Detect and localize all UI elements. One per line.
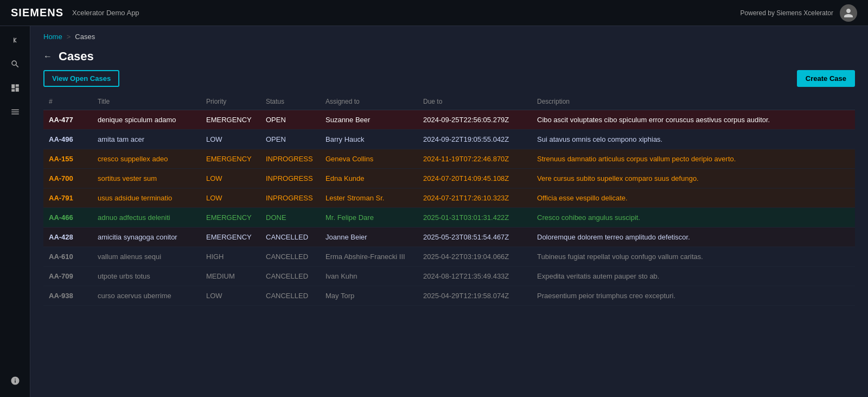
col-header-status: Status	[260, 93, 320, 110]
col-header-description: Description	[532, 93, 855, 110]
toolbar: View Open Cases Create Case	[30, 70, 868, 93]
cell-description: Cresco cohibeo angulus suscipit.	[532, 208, 855, 228]
sidebar-icon-search[interactable]	[4, 54, 26, 74]
cell-title: vallum alienus sequi	[92, 247, 201, 267]
breadcrumb-home[interactable]: Home	[43, 33, 62, 41]
cell-assigned: Geneva Collins	[320, 149, 418, 169]
cell-assigned: Barry Hauck	[320, 130, 418, 149]
breadcrumb-separator: >	[67, 33, 71, 41]
cases-table: # Title Priority Status Assigned to Due …	[43, 93, 855, 306]
cell-description: Sui atavus omnis celo compono xiphias.	[532, 130, 855, 149]
cell-priority: LOW	[201, 286, 260, 306]
table-header-row: # Title Priority Status Assigned to Due …	[43, 93, 855, 110]
cell-title: curso acervus uberrime	[92, 286, 201, 306]
sidebar-toggle[interactable]	[4, 30, 26, 50]
col-header-priority: Priority	[201, 93, 260, 110]
user-avatar[interactable]	[840, 4, 857, 22]
cell-priority: LOW	[201, 130, 260, 149]
cell-id: AA-700	[43, 169, 92, 188]
cell-priority: EMERGENCY	[201, 149, 260, 169]
topbar-right: Powered by Siemens Xcelerator	[741, 4, 857, 22]
cell-priority: EMERGENCY	[201, 110, 260, 130]
table-row[interactable]: AA-700sortitus vester sumLOWINPROGRESSEd…	[43, 169, 855, 188]
cell-status: CANCELLED	[260, 286, 320, 306]
cell-priority: EMERGENCY	[201, 228, 260, 247]
cell-due: 2024-11-19T07:22:46.870Z	[418, 149, 532, 169]
cell-description: Cibo ascit voluptates cibo spiculum erro…	[532, 110, 855, 130]
table-row[interactable]: AA-496amita tam acerLOWOPENBarry Hauck20…	[43, 130, 855, 149]
cell-title: usus adsidue terminatio	[92, 188, 201, 208]
cell-due: 2024-07-20T14:09:45.108Z	[418, 169, 532, 188]
col-header-due: Due to	[418, 93, 532, 110]
table-row[interactable]: AA-938curso acervus uberrimeLOWCANCELLED…	[43, 286, 855, 306]
cell-assigned: May Torp	[320, 286, 418, 306]
sidebar-icon-info[interactable]	[4, 371, 26, 390]
cell-assigned: Edna Kunde	[320, 169, 418, 188]
cell-status: CANCELLED	[260, 228, 320, 247]
sidebar-bottom	[4, 371, 26, 390]
table-row[interactable]: AA-155cresco suppellex adeoEMERGENCYINPR…	[43, 149, 855, 169]
page-header: ← Cases	[30, 47, 868, 70]
sidebar-icon-dashboard[interactable]	[4, 78, 26, 98]
cell-description: Tubineus fugiat repellat volup confugo v…	[532, 247, 855, 267]
cell-due: 2025-04-29T12:19:58.074Z	[418, 286, 532, 306]
cell-title: utpote urbs totus	[92, 267, 201, 286]
table-row[interactable]: AA-709utpote urbs totusMEDIUMCANCELLEDIv…	[43, 267, 855, 286]
topbar: SIEMENS Xcelerator Demo App Powered by S…	[0, 0, 868, 26]
page-title: Cases	[59, 49, 94, 64]
cell-title: amita tam acer	[92, 130, 201, 149]
cell-title: denique spiculum adamo	[92, 110, 201, 130]
cell-title: adnuo adfectus deleniti	[92, 208, 201, 228]
cases-table-container: # Title Priority Status Assigned to Due …	[30, 93, 868, 397]
cell-title: sortitus vester sum	[92, 169, 201, 188]
cell-id: AA-709	[43, 267, 92, 286]
cell-assigned: Ivan Kuhn	[320, 267, 418, 286]
cell-id: AA-466	[43, 208, 92, 228]
table-row[interactable]: AA-610vallum alienus sequiHIGHCANCELLEDE…	[43, 247, 855, 267]
sidebar-icon-list[interactable]	[4, 102, 26, 122]
cell-id: AA-496	[43, 130, 92, 149]
cell-description: Vere cursus subito supellex comparo suus…	[532, 169, 855, 188]
col-header-id: #	[43, 93, 92, 110]
cell-status: INPROGRESS	[260, 169, 320, 188]
layout: Home > Cases ← Cases View Open Cases Cre…	[0, 26, 868, 397]
cell-id: AA-938	[43, 286, 92, 306]
logo: SIEMENS	[11, 7, 63, 19]
breadcrumb: Home > Cases	[30, 26, 868, 47]
table-row[interactable]: AA-428amicitia synagoga conitorEMERGENCY…	[43, 228, 855, 247]
breadcrumb-current: Cases	[75, 33, 95, 41]
cell-priority: HIGH	[201, 247, 260, 267]
cell-id: AA-477	[43, 110, 92, 130]
table-row[interactable]: AA-466adnuo adfectus delenitiEMERGENCYDO…	[43, 208, 855, 228]
cell-due: 2024-07-21T17:26:10.323Z	[418, 188, 532, 208]
cell-status: DONE	[260, 208, 320, 228]
cell-title: amicitia synagoga conitor	[92, 228, 201, 247]
cell-assigned: Joanne Beier	[320, 228, 418, 247]
create-case-button[interactable]: Create Case	[797, 70, 855, 87]
cell-due: 2025-01-31T03:01:31.422Z	[418, 208, 532, 228]
table-row[interactable]: AA-791usus adsidue terminatioLOWINPROGRE…	[43, 188, 855, 208]
main-content: Home > Cases ← Cases View Open Cases Cre…	[30, 26, 868, 397]
cell-assigned: Mr. Felipe Dare	[320, 208, 418, 228]
cell-due: 2024-08-12T21:35:49.433Z	[418, 267, 532, 286]
cell-id: AA-155	[43, 149, 92, 169]
table-row[interactable]: AA-477denique spiculum adamoEMERGENCYOPE…	[43, 110, 855, 130]
cell-status: INPROGRESS	[260, 149, 320, 169]
cell-due: 2025-05-23T08:51:54.467Z	[418, 228, 532, 247]
cell-status: OPEN	[260, 110, 320, 130]
view-open-cases-button[interactable]: View Open Cases	[43, 70, 119, 87]
cell-description: Officia esse vespillo delicate.	[532, 188, 855, 208]
cell-assigned: Erma Abshire-Franecki III	[320, 247, 418, 267]
col-header-title: Title	[92, 93, 201, 110]
powered-by: Powered by Siemens Xcelerator	[741, 9, 833, 17]
cell-priority: LOW	[201, 169, 260, 188]
sidebar	[0, 26, 30, 397]
cell-description: Doloremque dolorem terreo amplitudo defe…	[532, 228, 855, 247]
cell-status: OPEN	[260, 130, 320, 149]
cell-id: AA-428	[43, 228, 92, 247]
cell-id: AA-791	[43, 188, 92, 208]
back-button[interactable]: ←	[43, 52, 52, 61]
cell-description: Expedita veritatis autem pauper sto ab.	[532, 267, 855, 286]
cell-description: Praesentium peior triumphus creo exceptu…	[532, 286, 855, 306]
col-header-assigned: Assigned to	[320, 93, 418, 110]
